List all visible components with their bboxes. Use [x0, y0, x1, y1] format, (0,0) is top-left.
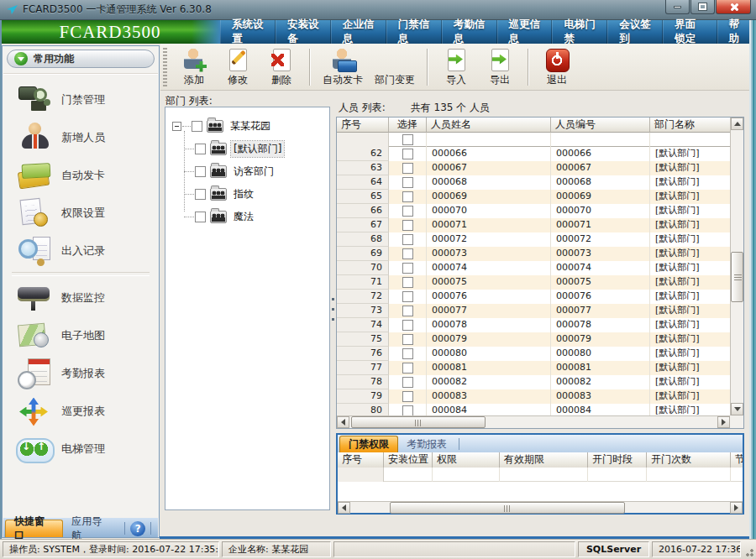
row-checkbox[interactable]	[402, 248, 413, 259]
sidebar-item[interactable]: 自动发卡	[3, 156, 158, 194]
column-header[interactable]: 权限	[433, 452, 500, 468]
scroll-right-button[interactable]	[717, 416, 730, 428]
table-row[interactable]: 62 000066 000066 [默认部门]	[337, 147, 730, 161]
scroll-up-button[interactable]	[731, 118, 743, 130]
row-checkbox[interactable]	[402, 320, 413, 331]
menu-item[interactable]: 电梯门禁	[552, 20, 607, 44]
row-checkbox[interactable]	[402, 391, 413, 402]
tab-app-navigation[interactable]: 应用导航	[63, 520, 119, 537]
menu-item[interactable]: 会议签到	[607, 20, 663, 44]
sidebar-header[interactable]: 常用功能	[7, 50, 155, 68]
table-row[interactable]: 71 000075 000075 [默认部门]	[337, 275, 730, 290]
toolbar-button[interactable]: 部门变更	[369, 45, 421, 89]
tree-node[interactable]: 指纹	[184, 183, 329, 206]
toolbar-button[interactable]: 自动发卡	[317, 45, 369, 89]
row-checkbox[interactable]	[402, 191, 413, 202]
sidebar-item[interactable]: 门禁管理	[3, 81, 158, 118]
tree-node-checkbox[interactable]	[195, 189, 206, 200]
tree-node-checkbox[interactable]	[195, 144, 206, 154]
table-row[interactable]: 67 000071 000071 [默认部门]	[337, 218, 730, 232]
column-header[interactable]: 序号	[337, 118, 389, 133]
toolbar-button[interactable]	[427, 49, 428, 86]
scrollbar-thumb[interactable]	[351, 416, 486, 428]
menu-item[interactable]: 企业信息	[331, 20, 386, 44]
toolbar-button[interactable]: 添加	[172, 45, 216, 89]
table-row[interactable]: 65 000069 000069 [默认部门]	[337, 190, 730, 204]
resize-grip[interactable]	[743, 546, 754, 557]
row-checkbox[interactable]	[402, 377, 413, 388]
scrollbar-thumb[interactable]	[390, 502, 625, 514]
table-row[interactable]: 77 000081 000081 [默认部门]	[337, 361, 730, 375]
table-row[interactable]: 73 000077 000077 [默认部门]	[337, 304, 730, 318]
column-header[interactable]: 人员姓名	[427, 118, 551, 133]
column-header[interactable]: 选择	[389, 118, 427, 133]
row-checkbox[interactable]	[402, 149, 413, 159]
scroll-down-button[interactable]	[731, 403, 743, 415]
row-checkbox[interactable]	[402, 291, 413, 302]
table-row[interactable]: 79 000083 000083 [默认部门]	[337, 389, 730, 404]
row-checkbox[interactable]	[402, 206, 413, 217]
table-row[interactable]: 69 000073 000073 [默认部门]	[337, 247, 730, 261]
toolbar-button[interactable]: 修改	[216, 45, 260, 89]
tree-node-checkbox[interactable]	[195, 166, 206, 177]
column-header[interactable]: 节假日	[731, 452, 743, 468]
row-checkbox[interactable]	[402, 334, 413, 345]
horizontal-scrollbar[interactable]	[338, 501, 743, 513]
column-header[interactable]: 序号	[338, 452, 384, 468]
row-checkbox[interactable]	[402, 163, 413, 174]
tree-root-node[interactable]: 某某花园	[172, 114, 329, 138]
menu-item[interactable]: 考勤信息	[442, 20, 497, 44]
filter-row[interactable]	[337, 133, 730, 147]
sidebar-item[interactable]: 电子地图	[3, 316, 158, 354]
toolbar-button[interactable]	[309, 49, 311, 86]
toolbar-button[interactable]: 导入	[434, 45, 478, 89]
row-checkbox[interactable]	[402, 263, 413, 274]
toolbar-button[interactable]: 导出	[478, 45, 522, 89]
table-row[interactable]: 80 000084 000084 [默认部门]	[337, 404, 730, 415]
column-header[interactable]: 安装位置	[384, 452, 433, 468]
tab-quick-window[interactable]: 快捷窗口	[5, 520, 63, 537]
table-row[interactable]: 74 000078 000078 [默认部门]	[337, 318, 730, 332]
column-header[interactable]: 有效期限	[500, 452, 588, 468]
table-row[interactable]: 76 000080 000080 [默认部门]	[337, 347, 730, 361]
tree-node-checkbox[interactable]	[195, 212, 206, 222]
panel-splitter[interactable]	[332, 298, 334, 327]
table-row[interactable]: 75 000079 000079 [默认部门]	[337, 332, 730, 347]
column-header[interactable]: 开门次数	[647, 452, 731, 468]
sidebar-item[interactable]: 数据监控	[3, 279, 158, 316]
sidebar-item[interactable]: 巡更报表	[3, 392, 158, 430]
tree-expander-icon[interactable]	[172, 122, 181, 131]
select-all-checkbox[interactable]	[402, 134, 413, 145]
row-checkbox[interactable]	[402, 177, 413, 188]
menu-item[interactable]: 巡更信息	[497, 20, 553, 44]
tree-node[interactable]: 访客部门	[184, 160, 329, 183]
table-row[interactable]: 72 000076 000076 [默认部门]	[337, 290, 730, 304]
close-button[interactable]	[716, 0, 751, 14]
tree-node[interactable]: [默认部门]	[184, 138, 329, 160]
scrollbar-thumb[interactable]	[731, 252, 743, 302]
row-checkbox[interactable]	[402, 363, 413, 374]
toolbar-button[interactable]: 删除	[260, 45, 303, 89]
row-checkbox[interactable]	[402, 306, 413, 316]
collapse-icon[interactable]	[14, 52, 28, 65]
table-row[interactable]: 64 000068 000068 [默认部门]	[337, 175, 730, 190]
help-icon[interactable]	[130, 521, 145, 536]
sidebar-item[interactable]: 权限设置	[3, 194, 158, 232]
row-checkbox[interactable]	[402, 348, 413, 359]
tab-access-permission[interactable]: 门禁权限	[339, 436, 398, 452]
table-row[interactable]: 78 000082 000082 [默认部门]	[337, 375, 730, 389]
tree-node[interactable]: 魔法	[184, 206, 329, 228]
sidebar-item[interactable]	[12, 272, 150, 276]
tree-root-checkbox[interactable]	[192, 121, 202, 132]
toolbar-button[interactable]	[528, 49, 529, 86]
row-checkbox[interactable]	[402, 220, 413, 231]
toolbar-button[interactable]: 退出	[535, 45, 579, 89]
table-row[interactable]: 66 000070 000070 [默认部门]	[337, 204, 730, 218]
sidebar-item[interactable]: 电梯管理	[3, 430, 158, 468]
table-row[interactable]: 68 000072 000072 [默认部门]	[337, 232, 730, 247]
row-checkbox[interactable]	[402, 405, 413, 415]
horizontal-scrollbar[interactable]	[337, 415, 730, 428]
column-header[interactable]: 开门时段	[588, 452, 647, 468]
menu-item[interactable]: 系统设置	[220, 20, 276, 44]
menu-item[interactable]: 界面锁定	[663, 20, 717, 44]
